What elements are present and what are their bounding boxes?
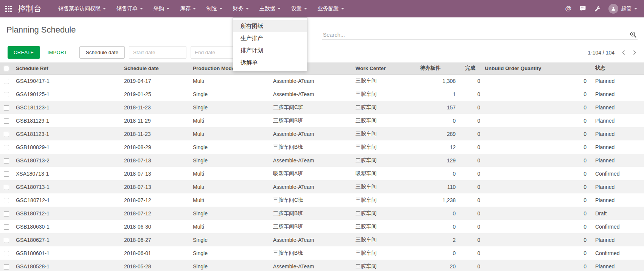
row-checkbox[interactable] bbox=[4, 92, 9, 97]
cell-unbuild-qty: 0 bbox=[483, 114, 590, 127]
cell-pending-panels: 129 bbox=[412, 154, 459, 167]
pager-previous-button[interactable] bbox=[622, 50, 625, 55]
row-checkbox[interactable] bbox=[4, 224, 9, 230]
user-menu[interactable]: 超管 bbox=[608, 4, 637, 14]
nav-menu-label: 财务 bbox=[233, 5, 244, 12]
cell-schedule-date: 2018-06-27 bbox=[123, 233, 191, 246]
cell-unbuild-qty: 0 bbox=[483, 127, 590, 140]
table-row[interactable]: GSB180630-1 2018-06-30 Multi 三胺车间B班 三胺车间… bbox=[0, 220, 644, 233]
table-row[interactable]: GSC181123-1 2018-11-23 Single 三胺车间C班 三胺车… bbox=[0, 101, 644, 114]
table-row[interactable]: XSA180713-1 2018-07-13 Multi 吸塑车间A班 吸塑车间… bbox=[0, 167, 644, 180]
cell-schedule-ref: GSA180627-1 bbox=[14, 233, 123, 246]
messages-icon[interactable] bbox=[579, 5, 586, 12]
cell-schedule-date: 2018-05-28 bbox=[123, 260, 191, 271]
row-checkbox[interactable] bbox=[4, 158, 9, 164]
nav-menu-item[interactable]: 主数据 bbox=[254, 0, 286, 17]
table-row[interactable]: GSA190125-1 2019-01-25 Single Assemble-A… bbox=[0, 87, 644, 101]
nav-menu-item[interactable]: 设置 bbox=[286, 0, 312, 17]
row-checkbox[interactable] bbox=[4, 185, 9, 190]
dropdown-menu-item[interactable]: 排产计划 bbox=[233, 44, 307, 56]
row-checkbox[interactable] bbox=[4, 79, 9, 84]
schedule-date-filter-button[interactable]: Schedule date bbox=[79, 46, 125, 59]
cell-production-mode: Single bbox=[191, 233, 272, 246]
table-row[interactable]: GSA180713-2 2018-07-13 Single Assemble-A… bbox=[0, 154, 644, 167]
nav-menu-label: 设置 bbox=[291, 5, 302, 12]
row-checkbox[interactable] bbox=[4, 145, 9, 150]
cell-schedule-date: 2018-11-23 bbox=[123, 127, 191, 140]
cell-work-group: Assemble-ATeam bbox=[272, 127, 354, 140]
search-magnifier-icon[interactable] bbox=[629, 31, 638, 38]
table-row[interactable]: GSB181129-1 2018-11-29 Multi 三胺车间B班 三胺车间… bbox=[0, 114, 644, 127]
cell-pending-panels: 12 bbox=[412, 140, 459, 154]
nav-menu-item[interactable]: 销售菜单访问权限 bbox=[53, 0, 111, 17]
cell-unbuild-qty: 0 bbox=[483, 180, 590, 193]
nav-menu-item[interactable]: 财务 bbox=[228, 0, 254, 17]
import-button[interactable]: IMPORT bbox=[45, 49, 70, 56]
nav-menu-item[interactable]: 库存 bbox=[175, 0, 201, 17]
cell-unbuild-qty: 0 bbox=[483, 260, 590, 271]
cell-pending-panels: 20 bbox=[412, 260, 459, 271]
cell-schedule-ref: GSA180713-1 bbox=[14, 180, 123, 193]
cell-pending-panels: 0 bbox=[412, 220, 459, 233]
column-header-work-center[interactable]: Work Center bbox=[354, 62, 412, 74]
dropdown-menu-item[interactable]: 生产排产 bbox=[233, 32, 307, 44]
nav-menu-item[interactable]: 制造 bbox=[201, 0, 228, 17]
tools-wrench-icon[interactable] bbox=[594, 6, 601, 12]
cell-work-group: Assemble-ATeam bbox=[272, 180, 354, 193]
apps-menu-icon[interactable] bbox=[5, 6, 12, 12]
cell-work-center: 三胺车间 bbox=[354, 207, 412, 220]
column-header-schedule-ref[interactable]: Schedule Ref bbox=[14, 62, 123, 74]
nav-menu-item[interactable]: 采购 bbox=[148, 0, 175, 17]
table-row[interactable]: GSA180713-1 2018-07-13 Multi Assemble-AT… bbox=[0, 180, 644, 193]
cell-schedule-ref: GSB181129-1 bbox=[14, 114, 123, 127]
table-row[interactable]: GSA180528-1 2018-05-28 Single Assemble-A… bbox=[0, 260, 644, 271]
nav-menu-item[interactable]: 业务配置 bbox=[312, 0, 349, 17]
cell-production-mode: Multi bbox=[191, 74, 272, 87]
row-checkbox-cell bbox=[0, 114, 14, 127]
row-checkbox[interactable] bbox=[4, 118, 9, 124]
table-row[interactable]: GSA190417-1 2019-04-17 Multi Assemble-AT… bbox=[0, 74, 644, 87]
row-checkbox[interactable] bbox=[4, 105, 9, 111]
row-checkbox[interactable] bbox=[4, 238, 9, 243]
column-header-pending-panels[interactable]: 待办板件 bbox=[412, 62, 459, 74]
cell-done: 0 bbox=[459, 74, 483, 87]
row-checkbox[interactable] bbox=[4, 198, 9, 203]
table-row[interactable]: GSB180829-1 2018-08-29 Single 三胺车间B班 三胺车… bbox=[0, 140, 644, 154]
cell-work-center: 三胺车间 bbox=[354, 233, 412, 246]
create-button[interactable]: CREATE bbox=[8, 46, 40, 59]
table-row[interactable]: GSC180712-1 2018-07-12 Multi 三胺车间C班 三胺车间… bbox=[0, 193, 644, 207]
column-header-schedule-date[interactable]: Schedule date bbox=[123, 62, 191, 74]
cell-status: Planned bbox=[590, 140, 644, 154]
pager-next-button[interactable] bbox=[633, 50, 636, 55]
search-input[interactable] bbox=[322, 31, 629, 38]
start-date-input[interactable] bbox=[129, 46, 186, 59]
row-checkbox[interactable] bbox=[4, 211, 9, 216]
select-all-checkbox[interactable] bbox=[4, 66, 9, 71]
table-row[interactable]: GSA181123-1 2018-11-23 Multi Assemble-AT… bbox=[0, 127, 644, 140]
mentions-icon[interactable]: @ bbox=[565, 5, 571, 12]
row-checkbox[interactable] bbox=[4, 251, 9, 256]
row-checkbox-cell bbox=[0, 101, 14, 114]
table-row[interactable]: GSB180712-1 2018-07-12 Single 三胺车间B班 三胺车… bbox=[0, 207, 644, 220]
cell-work-group: 吸塑车间A班 bbox=[272, 167, 354, 180]
nav-menu-item[interactable]: 销售订单 bbox=[111, 0, 148, 17]
chevron-down-icon bbox=[278, 8, 281, 11]
cell-production-mode: Multi bbox=[191, 127, 272, 140]
cell-status: Planned bbox=[590, 233, 644, 246]
cell-unbuild-qty: 0 bbox=[483, 101, 590, 114]
cell-done: 0 bbox=[459, 220, 483, 233]
column-header-status[interactable]: 状态 bbox=[590, 62, 644, 74]
cell-status: Confirmed bbox=[590, 220, 644, 233]
dropdown-menu-item[interactable]: 所有图纸 bbox=[233, 20, 307, 32]
cell-work-center: 吸塑车间 bbox=[354, 167, 412, 180]
row-checkbox[interactable] bbox=[4, 264, 9, 269]
chevron-down-icon bbox=[341, 8, 344, 11]
column-header-unbuild-qty[interactable]: Unbuild Order Quantity bbox=[483, 62, 590, 74]
column-header-done[interactable]: 完成 bbox=[459, 62, 483, 74]
table-row[interactable]: GSB180601-1 2018-06-01 Single 三胺车间B班 三胺车… bbox=[0, 246, 644, 260]
dropdown-menu-item[interactable]: 拆解单 bbox=[233, 56, 307, 69]
row-checkbox[interactable] bbox=[4, 171, 9, 177]
app-brand[interactable]: 控制台 bbox=[18, 3, 42, 14]
table-row[interactable]: GSA180627-1 2018-06-27 Single Assemble-A… bbox=[0, 233, 644, 246]
row-checkbox[interactable] bbox=[4, 132, 9, 137]
